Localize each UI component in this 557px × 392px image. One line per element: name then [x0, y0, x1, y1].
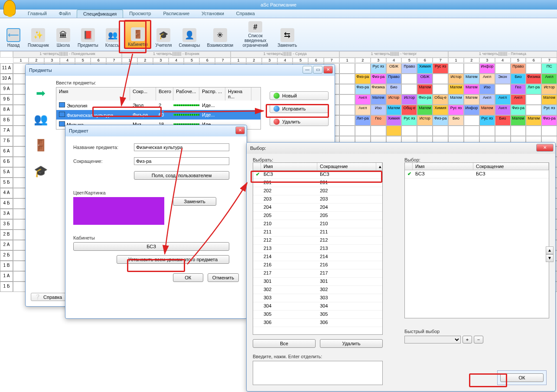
timetable-cell[interactable]: Истор [386, 94, 402, 105]
graduation-hat-icon[interactable]: 🎓 [32, 162, 49, 180]
ribbon-classes[interactable]: 👥Классы [102, 20, 123, 49]
ribbon-rooms[interactable]: 🚪Кабинеты [124, 20, 151, 49]
selected-rooms-list[interactable]: ИмяСокращение ✔БСЗБСЗ [404, 162, 549, 318]
room-option[interactable]: 205205 [253, 212, 382, 220]
timetable-cell[interactable]: Химия [417, 63, 433, 74]
timetable-cell[interactable]: Англ [479, 94, 495, 105]
menu-item[interactable]: Спецификация [77, 10, 123, 18]
door-icon[interactable]: 🚪 [32, 136, 49, 154]
subject-ok-button[interactable]: ОК [173, 273, 203, 282]
room-option[interactable]: 202202 [253, 187, 382, 195]
people-icon[interactable]: 👥 [32, 110, 49, 128]
change-color-button[interactable]: Заменить [173, 197, 216, 206]
room-option[interactable]: 214214 [253, 253, 382, 261]
timetable-cell[interactable]: ОБЖ [417, 74, 433, 84]
room-option[interactable]: 302302 [253, 286, 382, 294]
timetable-cell[interactable]: Матем [371, 94, 386, 105]
timetable-cell[interactable] [433, 84, 448, 94]
subject-name-input[interactable] [134, 143, 229, 151]
timetable-cell[interactable]: Био [386, 84, 402, 94]
timetable-cell[interactable]: Физ-ра [511, 105, 526, 115]
timetable-cell[interactable]: Физ-ра [355, 84, 371, 94]
timetable-cell[interactable] [448, 126, 464, 136]
timetable-cell[interactable] [355, 126, 371, 136]
select-ok-button[interactable]: ОК [500, 373, 544, 382]
timetable-cell[interactable]: Рус яз [433, 63, 448, 74]
timetable-cell[interactable]: Физика [371, 84, 386, 94]
timetable-cell[interactable]: Англ [355, 105, 371, 115]
userfields-button[interactable]: Поля, созд. пользователем [134, 171, 229, 180]
timetable-cell[interactable]: Физ-ра [433, 115, 448, 126]
set-all-lessons-button[interactable]: Установить всем урокам этого предмета [117, 255, 229, 264]
timetable-cell[interactable]: Био [448, 115, 464, 126]
scroll-up-icon[interactable]: ▲ [546, 246, 554, 254]
room-option[interactable]: ✔БСЗБСЗ [253, 171, 382, 179]
timetable-cell[interactable] [339, 94, 355, 105]
quick-remove-button[interactable]: − [474, 336, 483, 343]
timetable-cell[interactable]: Англ [541, 74, 557, 84]
room-option[interactable]: 210210 [253, 220, 382, 228]
timetable-cell[interactable]: Рус яз [541, 105, 557, 115]
timetable-cell[interactable] [401, 126, 417, 136]
timetable-cell[interactable]: Англ [355, 94, 371, 105]
edit-button[interactable]: Исправить [270, 104, 329, 113]
subject-abbr-input[interactable] [134, 157, 229, 165]
ribbon-seminars[interactable]: 👤Семинары [176, 20, 203, 49]
timetable-cell[interactable]: Право [401, 63, 417, 74]
timetable-cell[interactable]: Рус яз [401, 115, 417, 126]
room-option[interactable]: 216216 [253, 261, 382, 269]
timetable-cell[interactable]: ОБЖ [386, 63, 402, 74]
timetable-cell[interactable] [464, 115, 479, 126]
room-option[interactable]: 306306 [253, 319, 382, 327]
menu-item[interactable]: Установки [195, 10, 230, 18]
timetable-cell[interactable] [401, 74, 417, 84]
timetable-cell[interactable]: Лит-ра [526, 84, 541, 94]
timetable-cell[interactable] [371, 126, 386, 136]
timetable-cell[interactable]: Химия [386, 115, 402, 126]
timetable-cell[interactable]: Инфор [479, 63, 495, 74]
quick-add-button[interactable]: + [463, 336, 472, 343]
timetable-cell[interactable]: ПС [541, 63, 557, 74]
close-button[interactable]: ✕ [536, 144, 554, 152]
timetable-cell[interactable] [495, 84, 511, 94]
minimize-button[interactable]: — [303, 66, 312, 74]
timetable-cell[interactable]: Изо [479, 84, 495, 94]
timetable-cell[interactable] [339, 63, 355, 74]
timetable-cell[interactable] [495, 126, 511, 136]
arrow-right-icon[interactable]: ➡ [32, 84, 49, 102]
timetable-cell[interactable] [464, 63, 479, 74]
timetable-cell[interactable]: Физ-ра [541, 115, 557, 126]
ribbon-replace[interactable]: ⇆Заменить [274, 20, 300, 49]
help-button[interactable]: ❔ Справка [31, 293, 66, 301]
timetable-cell[interactable] [526, 63, 541, 74]
room-option[interactable]: 212212 [253, 236, 382, 245]
room-option[interactable]: 304304 [253, 302, 382, 311]
new-button[interactable]: Новый [270, 91, 329, 100]
timetable-cell[interactable] [386, 126, 402, 136]
select-all-button[interactable]: Все [253, 339, 316, 348]
timetable-cell[interactable]: Англ [495, 105, 511, 115]
timetable-cell[interactable]: Рус яз [479, 115, 495, 126]
timetable-cell[interactable]: Матем [464, 74, 479, 84]
timetable-cell[interactable] [355, 63, 371, 74]
timetable-cell[interactable] [339, 115, 355, 126]
quick-select-combo[interactable] [404, 336, 461, 343]
room-option[interactable]: 305305 [253, 311, 382, 319]
enter-textarea[interactable] [253, 361, 383, 385]
timetable-cell[interactable]: Матем [464, 94, 479, 105]
timetable-cell[interactable]: Истор [401, 94, 417, 105]
close-button[interactable]: ✕ [235, 126, 245, 134]
subject-room-button[interactable]: БСЗ [73, 242, 229, 251]
timetable-cell[interactable]: Матем [448, 94, 464, 105]
timetable-cell[interactable]: Общ-е [401, 105, 417, 115]
timetable-cell[interactable] [448, 63, 464, 74]
timetable-cell[interactable]: Матем [448, 84, 464, 94]
room-option[interactable]: 217217 [253, 269, 382, 278]
timetable-cell[interactable]: Истор [448, 74, 464, 84]
timetable-cell[interactable] [339, 126, 355, 136]
menu-item[interactable]: Просмотр [123, 10, 157, 18]
menu-item[interactable]: Главный [22, 10, 53, 18]
timetable-cell[interactable]: Англ [511, 94, 526, 105]
timetable-cell[interactable]: Право [511, 63, 526, 74]
maximize-button[interactable]: ▭ [313, 66, 322, 74]
